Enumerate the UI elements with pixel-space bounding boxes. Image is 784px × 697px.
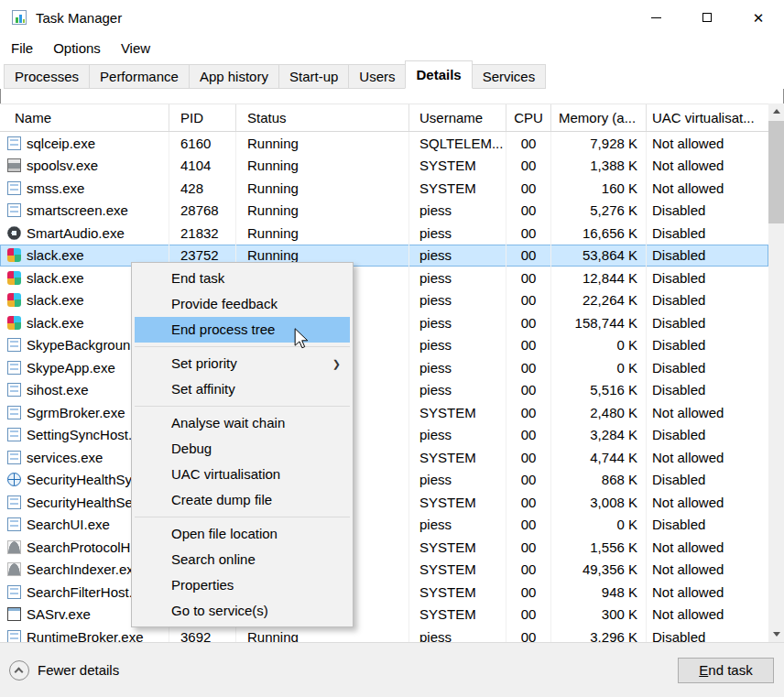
cell-cpu: 00 [506,132,551,155]
column-header-status[interactable]: Status [236,104,409,131]
audio-process-icon [7,226,21,240]
table-row[interactable]: sqlceip.exe6160RunningSQLTELEM...007,928… [0,132,768,155]
cell-uac: Not allowed [647,536,768,559]
maximize-button[interactable] [681,0,733,35]
context-menu-item-open-file-location[interactable]: Open file location [135,521,350,547]
context-menu-item-set-affinity[interactable]: Set affinity [135,376,350,402]
vertical-scrollbar[interactable] [768,103,784,642]
process-name: SettingSyncHost... [27,427,139,442]
tab-details[interactable]: Details [405,60,472,89]
minimize-button[interactable] [630,0,681,35]
tab-performance[interactable]: Performance [89,64,190,89]
table-row[interactable]: SearchFilterHost...SYSTEM00948 KNot allo… [0,581,768,604]
column-header-name[interactable]: Name [0,104,169,131]
cell-username: SYSTEM [409,536,506,559]
context-menu-item-provide-feedback[interactable]: Provide feedback [135,291,350,317]
menu-item-label: Go to service(s) [171,603,268,618]
scroll-down-icon[interactable] [768,626,784,642]
tab-services[interactable]: Services [472,64,547,89]
context-menu-item-create-dump-file[interactable]: Create dump file [135,487,350,513]
column-header-uac[interactable]: UAC virtualisat... [647,104,768,131]
tab-app-history[interactable]: App history [189,64,279,89]
table-row[interactable]: RuntimeBroker.exe3692Runningpiess003,296… [0,626,768,642]
cell-memory: 158,744 K [551,311,647,334]
process-name: services.exe [27,450,103,465]
table-row[interactable]: SecurityHealthSy...piess00868 KDisabled [0,469,768,492]
app-process-icon [7,428,21,441]
cell-uac: Disabled [647,424,768,447]
scroll-up-icon[interactable] [768,103,784,119]
table-row[interactable]: services.exeSYSTEM004,744 KNot allowed [0,446,768,469]
cell-name: smss.exe [0,177,169,200]
context-menu-item-set-priority[interactable]: Set priority❯ [135,351,350,376]
cell-memory: 3,008 K [551,491,647,514]
table-row[interactable]: SearchUI.exepiess000 KDisabled [0,514,768,537]
cell-name: RuntimeBroker.exe [0,626,169,642]
tab-start-up[interactable]: Start-up [278,64,349,89]
context-menu: End taskProvide feedbackEnd process tree… [131,262,354,627]
end-task-label: End task [699,662,752,678]
end-task-button[interactable]: End task [678,658,774,683]
context-menu-item-search-online[interactable]: Search online [135,547,350,572]
column-header-memory[interactable]: Memory (a... [551,104,647,131]
app-process-icon [7,383,21,397]
cell-username: piess [409,626,506,642]
table-row[interactable]: sihost.exepiess005,516 KDisabled [0,379,768,402]
table-row[interactable]: slack.exepiess00158,744 KDisabled [0,311,768,334]
menu-view[interactable]: View [112,40,159,56]
table-row[interactable]: smartscreen.exe28768Runningpiess005,276 … [0,200,768,223]
table-row[interactable]: SkypeBackgroun...piess000 KDisabled [0,334,768,357]
table-row[interactable]: SettingSyncHost...piess003,284 KDisabled [0,424,768,447]
fewer-details-label: Fewer details [38,662,119,678]
table-row[interactable]: SgrmBroker.exeSYSTEM002,480 KNot allowed [0,401,768,424]
menu-file[interactable]: File [2,40,42,56]
app-process-icon [7,585,21,599]
table-row[interactable]: SearchIndexer.ex...SYSTEM0049,356 KNot a… [0,559,768,582]
table-row[interactable]: SASrv.exeSYSTEM00300 KNot allowed [0,604,768,626]
context-menu-item-go-to-service-s[interactable]: Go to service(s) [135,598,350,624]
table-row[interactable]: spoolsv.exe4104RunningSYSTEM001,388 KNot… [0,155,768,178]
table-row[interactable]: SmartAudio.exe21832Runningpiess0016,656 … [0,222,768,245]
process-name: sqlceip.exe [27,136,95,151]
context-menu-item-properties[interactable]: Properties [135,572,350,598]
column-header-pid[interactable]: PID [169,104,236,131]
tab-users[interactable]: Users [348,64,406,89]
fewer-details-toggle[interactable]: Fewer details [9,660,119,681]
context-menu-item-uac-virtualisation[interactable]: UAC virtualisation [135,462,350,487]
process-name: slack.exe [27,247,84,263]
cell-cpu: 00 [506,356,551,379]
column-header-cpu[interactable]: CPU [506,104,551,131]
cell-uac: Disabled [647,267,768,289]
close-button[interactable]: ✕ [733,0,784,35]
submenu-arrow-icon: ❯ [332,351,341,376]
context-menu-item-end-task[interactable]: End task [135,266,350,291]
table-row[interactable]: SearchProtocolH...SYSTEM001,556 KNot all… [0,536,768,559]
window-controls: ✕ [630,0,784,35]
cell-memory: 3,284 K [551,424,647,447]
cell-uac: Disabled [647,222,768,245]
menu-options[interactable]: Options [44,40,110,56]
cell-cpu: 00 [506,536,551,559]
table-row[interactable]: smss.exe428RunningSYSTEM00160 KNot allow… [0,177,768,200]
cell-uac: Not allowed [647,491,768,514]
table-row[interactable]: SecurityHealthSe...SYSTEM003,008 KNot al… [0,491,768,514]
table-row[interactable]: SkypeApp.exepiess000 KDisabled [0,356,768,379]
app-process-icon [7,406,21,419]
cell-username: SYSTEM [409,177,506,200]
scrollbar-thumb[interactable] [768,121,784,223]
context-menu-item-analyse-wait-chain[interactable]: Analyse wait chain [135,410,350,436]
window-process-icon [7,607,21,621]
column-header-username[interactable]: Username [409,104,506,131]
menu-item-label: Open file location [171,526,278,541]
table-row[interactable]: slack.exepiess0012,844 KDisabled [0,267,768,289]
context-menu-item-debug[interactable]: Debug [135,436,350,462]
person-process-icon [7,562,21,576]
table-row[interactable]: slack.exe23752Runningpiess0053,864 KDisa… [0,245,768,267]
cell-memory: 1,556 K [551,536,647,559]
cell-cpu: 00 [506,401,551,424]
cell-uac: Disabled [647,289,768,312]
table-row[interactable]: slack.exepiess0022,264 KDisabled [0,289,768,312]
tab-processes[interactable]: Processes [4,64,90,89]
cell-uac: Not allowed [647,401,768,424]
context-menu-item-end-process-tree[interactable]: End process tree [135,317,350,343]
